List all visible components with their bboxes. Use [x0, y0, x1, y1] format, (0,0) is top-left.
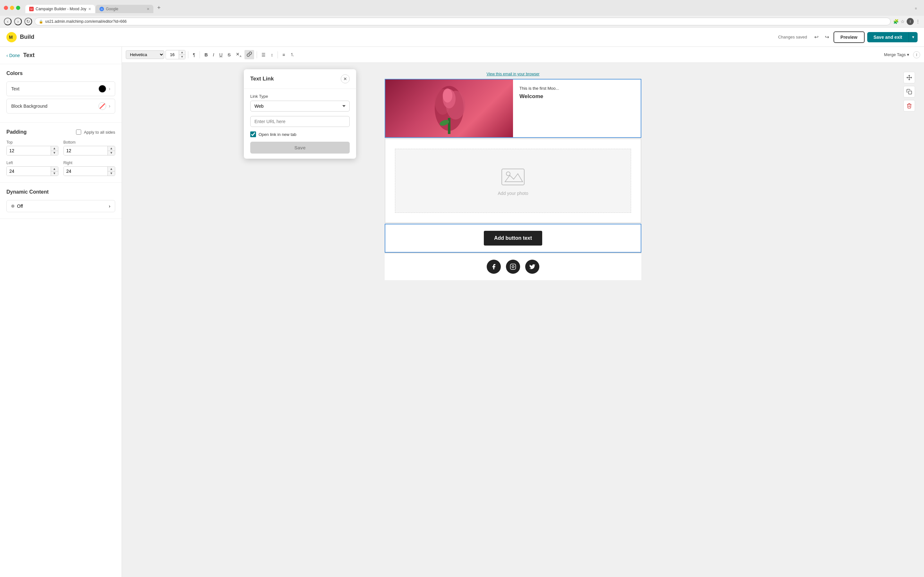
instagram-icon[interactable]	[506, 259, 520, 274]
instagram-logo-icon	[510, 263, 516, 270]
padding-bottom-decrement[interactable]: ▼	[108, 151, 115, 155]
line-height-button[interactable]: ↕	[269, 51, 275, 59]
maximize-dot[interactable]	[16, 6, 20, 10]
modal-save-button[interactable]: Save	[250, 142, 350, 153]
modal-title: Text Link	[250, 76, 274, 82]
url-input[interactable]	[250, 116, 350, 127]
email-image-text-block[interactable]: This is the first Moo... Welcome	[384, 79, 641, 138]
tab-campaign-label: Campaign Builder - Mood Joy	[36, 7, 86, 11]
text-color-swatch	[99, 85, 106, 93]
right-tools-panel	[901, 69, 918, 577]
underline-button[interactable]: U	[217, 51, 224, 59]
unordered-list-button[interactable]: ≡	[280, 51, 287, 59]
bold-button[interactable]: B	[202, 51, 210, 59]
padding-right-decrement[interactable]: ▼	[108, 171, 115, 176]
address-bar[interactable]: 🔒 us21.admin.mailchimp.com/email/editor?…	[35, 18, 891, 25]
padding-bottom-input[interactable]	[64, 146, 108, 155]
email-cta-button[interactable]: Add button text	[484, 231, 542, 245]
preview-button[interactable]: Preview	[834, 31, 865, 43]
email-first-text: This is the first Moo...	[519, 86, 634, 91]
link-button[interactable]	[244, 50, 254, 59]
move-tool-button[interactable]	[903, 72, 915, 83]
reload-button[interactable]: ↻	[24, 18, 32, 25]
clear-format-button[interactable]: ✕A	[234, 50, 243, 59]
padding-left-input[interactable]	[7, 167, 51, 176]
twitter-icon[interactable]	[525, 259, 540, 274]
padding-bottom-input-wrapper: ▲ ▼	[63, 146, 115, 155]
minimize-dot[interactable]	[10, 6, 14, 10]
padding-top-input[interactable]	[7, 146, 51, 155]
menu-icon[interactable]: ⋮	[916, 19, 920, 24]
block-bg-color-item[interactable]: Block Background ›	[6, 99, 115, 113]
text-direction-button[interactable]: ¶	[191, 51, 197, 59]
redo-button[interactable]: ↪	[823, 32, 831, 42]
tab-google[interactable]: G Google ✕	[95, 5, 153, 13]
profile-icon[interactable]: I	[907, 18, 914, 25]
svg-rect-9	[502, 169, 524, 185]
url-field	[250, 116, 350, 127]
padding-right-field: Right ▲ ▼	[63, 161, 115, 176]
open-new-tab-checkbox[interactable]	[250, 131, 256, 137]
google-favicon: G	[99, 7, 104, 11]
save-exit-button[interactable]: Save and exit	[867, 32, 909, 42]
toolbar-divider-1	[188, 51, 188, 58]
svg-rect-7	[448, 118, 451, 134]
svg-point-6	[443, 89, 452, 103]
undo-button[interactable]: ↩	[813, 32, 821, 42]
padding-left-field: Left ▲ ▼	[6, 161, 58, 176]
duplicate-tool-button[interactable]	[903, 86, 915, 97]
open-new-tab-label: Open link in new tab	[258, 132, 296, 137]
back-button[interactable]: ‹	[4, 18, 11, 25]
modal-body: Link Type Web Email Phone File Open	[244, 89, 356, 159]
font-size-decrement[interactable]: ▼	[179, 55, 185, 59]
bookmark-icon[interactable]: ☆	[901, 19, 905, 24]
font-family-select[interactable]: Helvetica	[126, 50, 164, 59]
italic-button[interactable]: I	[211, 51, 216, 59]
padding-right-spinners: ▲ ▼	[107, 167, 115, 176]
close-dot[interactable]	[4, 6, 8, 10]
facebook-icon[interactable]	[487, 259, 501, 274]
link-type-label: Link Type	[250, 94, 350, 99]
browser-dots	[4, 6, 20, 10]
new-tab-button[interactable]: +	[154, 3, 164, 13]
forward-button[interactable]: ›	[14, 18, 22, 25]
info-button[interactable]: i	[913, 51, 920, 58]
done-back-button[interactable]: ‹ Done	[6, 53, 20, 58]
padding-left-decrement[interactable]: ▼	[51, 171, 58, 176]
strikethrough-button[interactable]: S	[226, 51, 233, 59]
email-photo-block[interactable]: Add your photo	[384, 139, 641, 223]
padding-bottom-label: Bottom	[63, 140, 115, 145]
tab-campaign-builder[interactable]: M Campaign Builder - Mood Joy ✕	[25, 5, 95, 13]
email-social-block	[384, 253, 641, 280]
view-in-browser-link[interactable]: View this email in your browser	[486, 72, 540, 76]
align-button[interactable]: ☰	[260, 51, 268, 59]
image-placeholder-area[interactable]: Add your photo	[395, 149, 631, 213]
delete-tool-button[interactable]	[903, 100, 915, 111]
svg-text:M: M	[9, 35, 13, 40]
tab-close-icon[interactable]: ✕	[88, 7, 91, 11]
tab-google-close-icon[interactable]: ✕	[147, 7, 150, 11]
done-label: Done	[9, 53, 20, 58]
extensions-icon[interactable]: 🧩	[893, 19, 899, 24]
save-exit-dropdown-button[interactable]: ▾	[909, 32, 918, 42]
image-placeholder-icon	[500, 166, 526, 188]
merge-tags-button[interactable]: Merge Tags ▾	[881, 51, 912, 58]
font-size-increment[interactable]: ▲	[179, 50, 185, 55]
padding-bottom-increment[interactable]: ▲	[108, 146, 115, 151]
font-size-input[interactable]	[166, 51, 179, 58]
dynamic-content-toggle[interactable]: Off ›	[6, 200, 115, 212]
padding-left-increment[interactable]: ▲	[51, 167, 58, 171]
text-color-item[interactable]: Text ›	[6, 81, 115, 96]
link-type-select[interactable]: Web Email Phone File	[250, 101, 350, 111]
link-type-field: Link Type Web Email Phone File	[250, 94, 350, 111]
padding-right-increment[interactable]: ▲	[108, 167, 115, 171]
ordered-list-button[interactable]: ⒈	[288, 51, 296, 59]
modal-close-button[interactable]: ✕	[341, 74, 350, 83]
open-new-tab-row: Open link in new tab	[250, 131, 350, 137]
padding-top-increment[interactable]: ▲	[51, 146, 58, 151]
modal-header: Text Link ✕	[244, 69, 356, 89]
apply-all-sides-checkbox[interactable]	[76, 129, 81, 135]
padding-right-input[interactable]	[64, 167, 108, 176]
app-header: M Build Changes saved ↩ ↪ Preview Save a…	[0, 27, 924, 47]
padding-top-decrement[interactable]: ▼	[51, 151, 58, 155]
